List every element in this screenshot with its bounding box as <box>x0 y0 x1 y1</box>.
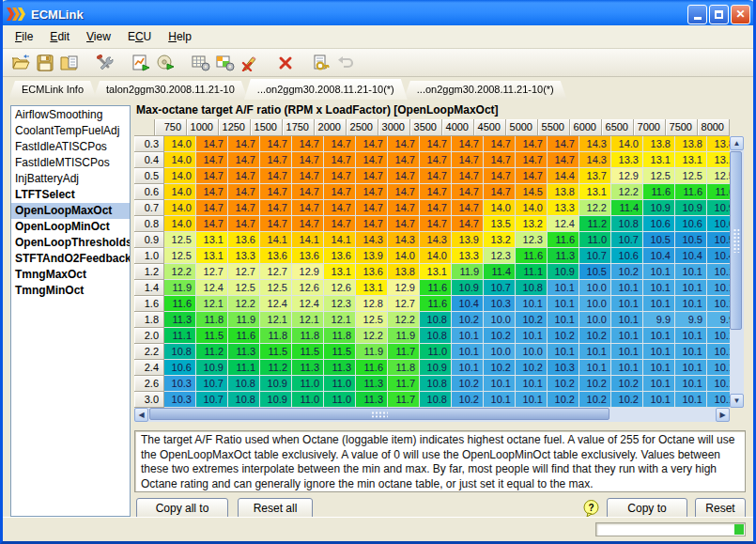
grid-cell[interactable]: 10.6 <box>643 216 675 232</box>
grid-cell[interactable]: 10.8 <box>420 328 452 344</box>
grid-cell[interactable]: 10.9 <box>707 200 730 216</box>
grid-cell[interactable]: 13.1 <box>420 264 452 280</box>
grid-cell[interactable]: 11.7 <box>388 376 420 392</box>
grid-cell[interactable]: 14.7 <box>260 184 292 200</box>
grid-cell[interactable]: 14.7 <box>292 216 324 232</box>
tab-3[interactable]: ...on2ggm30.2008.11.21-10(*) <box>404 81 567 100</box>
grid-cell[interactable]: 10.1 <box>484 376 516 392</box>
grid-cell[interactable]: 10.1 <box>675 296 707 312</box>
grid-cell[interactable]: 10.8 <box>420 392 452 408</box>
horizontal-scrollbar[interactable]: ◀ ▶ <box>134 408 730 422</box>
column-header-1000[interactable]: 1000 <box>187 119 219 136</box>
grid-cell[interactable]: 12.2 <box>164 264 196 280</box>
grid-cell[interactable]: 14.7 <box>484 184 516 200</box>
menu-ecu[interactable]: ECU <box>119 27 160 46</box>
grid-cell[interactable]: 10.1 <box>707 344 730 360</box>
grid-cell[interactable]: 13.2 <box>516 216 548 232</box>
sidebar-item-ltftselect[interactable]: LTFTSelect <box>11 187 130 203</box>
grid-cell[interactable]: 10.1 <box>484 392 516 408</box>
grid-cell[interactable]: 10.8 <box>228 376 260 392</box>
grid-cell[interactable]: 14.3 <box>579 136 611 152</box>
column-header-5500[interactable]: 5500 <box>538 119 570 136</box>
open-file-icon[interactable] <box>8 52 33 74</box>
grid-cell[interactable]: 12.6 <box>292 280 324 296</box>
grid-cell[interactable]: 14.7 <box>196 200 228 216</box>
grid-cell[interactable]: 12.1 <box>196 296 228 312</box>
export-log-icon[interactable] <box>129 52 153 74</box>
grid-cell[interactable]: 14.7 <box>356 184 388 200</box>
grid-cell[interactable]: 10.2 <box>548 376 579 392</box>
grid-cell[interactable]: 10.3 <box>548 360 579 376</box>
grid-cell[interactable]: 14.7 <box>388 200 420 216</box>
grid-cell[interactable]: 10.1 <box>611 328 643 344</box>
grid-cell[interactable]: 14.7 <box>228 216 260 232</box>
grid-cell[interactable]: 13.9 <box>452 232 484 248</box>
grid-cell[interactable]: 11.0 <box>292 392 324 408</box>
grid-cell[interactable]: 14.7 <box>420 136 452 152</box>
grid-cell[interactable]: 14.7 <box>228 200 260 216</box>
grid-cell[interactable]: 10.1 <box>675 280 707 296</box>
grid-cell[interactable]: 14.7 <box>356 136 388 152</box>
grid-cell[interactable]: 10.1 <box>516 392 548 408</box>
grid-cell[interactable]: 13.6 <box>324 248 356 264</box>
grid-cell[interactable]: 14.7 <box>324 136 356 152</box>
tools-icon[interactable] <box>93 52 117 74</box>
grid-cell[interactable]: 10.2 <box>579 392 611 408</box>
grid-cell[interactable]: 14.7 <box>260 216 292 232</box>
grid-cell[interactable]: 14.1 <box>324 232 356 248</box>
column-header-5000[interactable]: 5000 <box>506 119 538 136</box>
grid-cell[interactable]: 12.3 <box>324 296 356 312</box>
grid-cell[interactable]: 11.9 <box>388 328 420 344</box>
sidebar-item-injbatteryadj[interactable]: InjBatteryAdj <box>11 171 130 187</box>
grid-cell[interactable]: 14.0 <box>164 200 196 216</box>
grid-cell[interactable]: 11.0 <box>324 392 356 408</box>
row-header-1.8[interactable]: 1.8 <box>134 312 164 328</box>
grid-cell[interactable]: 11.7 <box>388 392 420 408</box>
scroll-left-button[interactable]: ◀ <box>134 408 148 422</box>
grid-cell[interactable]: 10.9 <box>675 200 707 216</box>
grid-cell[interactable]: 10.1 <box>707 264 730 280</box>
grid-cell[interactable]: 14.7 <box>292 152 324 168</box>
grid-cell[interactable]: 13.1 <box>707 152 730 168</box>
grid-cell[interactable]: 10.5 <box>707 232 730 248</box>
grid-cell[interactable]: 14.7 <box>452 184 484 200</box>
grid-cell[interactable]: 10.1 <box>675 360 707 376</box>
grid-cell[interactable]: 12.4 <box>196 280 228 296</box>
grid-cell[interactable]: 11.9 <box>228 312 260 328</box>
grid-cell[interactable]: 13.6 <box>292 248 324 264</box>
grid-cell[interactable]: 10.1 <box>611 344 643 360</box>
grid-cell[interactable]: 11.8 <box>324 328 356 344</box>
grid-cell[interactable]: 14.7 <box>420 200 452 216</box>
grid-cell[interactable]: 10.2 <box>516 312 548 328</box>
row-header-1.4[interactable]: 1.4 <box>134 280 164 296</box>
grid-cell[interactable]: 13.5 <box>484 216 516 232</box>
grid-cell[interactable]: 10.7 <box>196 376 228 392</box>
grid-cell[interactable]: 14.7 <box>548 136 579 152</box>
grid-cell[interactable]: 10.0 <box>579 296 611 312</box>
grid-cell[interactable]: 13.8 <box>388 264 420 280</box>
grid-cell[interactable]: 10.6 <box>707 216 730 232</box>
grid-cell[interactable]: 10.1 <box>516 328 548 344</box>
grid-cell[interactable]: 12.9 <box>611 168 643 184</box>
grid-cell[interactable]: 13.1 <box>196 248 228 264</box>
grid-cell[interactable]: 14.7 <box>292 184 324 200</box>
grid-cell[interactable]: 10.1 <box>707 328 730 344</box>
grid-cell[interactable]: 13.3 <box>548 200 579 216</box>
column-header-2000[interactable]: 2000 <box>315 119 347 136</box>
row-header-0.3[interactable]: 0.3 <box>134 136 164 152</box>
grid-cell[interactable]: 10.0 <box>484 344 516 360</box>
grid-cell[interactable]: 12.8 <box>356 296 388 312</box>
grid-cell[interactable]: 10.3 <box>484 296 516 312</box>
grid-cell[interactable]: 10.1 <box>611 296 643 312</box>
grid-cell[interactable]: 12.5 <box>164 232 196 248</box>
grid-cell[interactable]: 11.9 <box>164 280 196 296</box>
grid-cell[interactable]: 10.2 <box>611 392 643 408</box>
grid-cell[interactable]: 13.1 <box>643 152 675 168</box>
grid-cell[interactable]: 10.9 <box>260 392 292 408</box>
grid-cell[interactable]: 10.1 <box>643 344 675 360</box>
row-header-0.4[interactable]: 0.4 <box>134 152 164 168</box>
sidebar-item-fastidleatiscpos[interactable]: FastIdleATISCPos <box>11 139 130 155</box>
grid-cell[interactable]: 10.2 <box>516 360 548 376</box>
grid-cell[interactable]: 11.0 <box>324 376 356 392</box>
grid-cell[interactable]: 14.7 <box>292 200 324 216</box>
